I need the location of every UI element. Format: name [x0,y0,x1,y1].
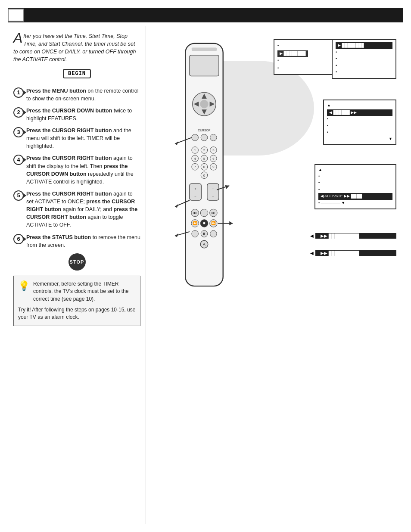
svg-text:5: 5 [203,157,205,161]
right-panel: CURSOR 1 2 3 4 5 [146,26,403,524]
svg-text:2: 2 [203,148,205,152]
step-4-num: 4 [13,155,24,165]
tip-text: Remember, before setting the TIMER contr… [33,280,136,303]
step-2-text: Press the CURSOR DOWN button twice to hi… [26,107,140,122]
menu-screen-1: • ▶ ████████ • • [274,39,338,75]
step-5-num: 5 [13,190,24,201]
menu-screen-3: ▲ ◀ ██████ ▶▶ • • • ▼ [323,100,396,145]
svg-text:+: + [194,187,196,191]
remote-svg: CURSOR 1 2 3 4 5 [159,39,249,332]
svg-text:CURSOR: CURSOR [198,129,211,132]
svg-text:+: + [212,187,214,191]
step-1-num: 1 [13,87,24,98]
svg-text:⏮: ⏮ [193,211,197,215]
svg-marker-59 [225,185,230,189]
step-1-text: Press the MENU button on the remote cont… [26,87,140,103]
svg-text:A: A [203,242,206,246]
svg-text:6: 6 [212,157,214,161]
drop-cap: A [13,32,22,44]
svg-point-11 [201,134,208,141]
svg-text:⏪: ⏪ [193,221,197,226]
svg-text:1: 1 [194,148,196,152]
svg-text:⏩: ⏩ [211,221,216,226]
step-4: 4 Press the CURSOR RIGHT button again to… [13,154,140,186]
bulb-icon: 💡 [18,280,30,292]
step-3-num: 3 [13,127,24,137]
step-4-text: Press the CURSOR RIGHT button again to s… [26,154,140,186]
step-6: 6 Press the STATUS button to remove the … [13,233,140,249]
intro-text: A fter you have set the Time, Start Time… [13,32,140,64]
step-3: 3 Press the CURSOR RIGHT button and the … [13,127,140,150]
header-corner [8,9,24,22]
svg-text:0: 0 [203,174,206,177]
svg-text:7: 7 [194,165,196,169]
svg-text:⏸: ⏸ [202,232,206,236]
svg-rect-1 [192,47,217,51]
step-2: 2 Press the CURSOR DOWN button twice to … [13,107,140,122]
step-5: 5 Press the CURSOR RIGHT button again to… [13,190,140,229]
step-1: 1 Press the MENU button on the remote co… [13,87,140,103]
left-panel: A fter you have set the Time, Start Time… [8,26,146,524]
step-6-text: Press the STATUS button to remove the me… [26,233,140,249]
svg-text:3: 3 [212,148,214,152]
svg-marker-63 [229,221,233,226]
svg-text:4: 4 [194,157,196,161]
tip-header: 💡 Remember, before setting the TIMER con… [18,280,136,303]
svg-rect-2 [190,55,219,76]
svg-text:■: ■ [203,221,205,225]
stop-circle: STOP [68,253,86,271]
svg-text:8: 8 [203,165,205,169]
step-3-text: Press the CURSOR RIGHT button and the me… [26,127,140,150]
step-2-num: 2 [13,107,24,118]
svg-point-10 [192,134,199,141]
svg-text:−: − [212,194,214,198]
intro-body: fter you have set the Time, Start Time, … [13,33,136,62]
tip-box: 💡 Remember, before setting the TIMER con… [13,276,140,326]
svg-point-53 [210,230,217,237]
step-6-num: 6 [13,234,24,244]
menu-screen-4: ▲ • • • ◀ ACTIVATE ▶▶ ████ • ————— ▼ [314,164,396,209]
header-bar [8,8,403,22]
svg-point-12 [210,134,217,141]
svg-text:⏭: ⏭ [212,211,215,215]
svg-point-41 [200,209,208,216]
step-5-text: Press the CURSOR RIGHT button again to s… [26,190,140,229]
bottom-bar-1: ◀ ▶▶ ██████████ [310,233,396,240]
svg-text:9: 9 [212,165,214,169]
tip-extra: Try it! After following the steps on pag… [18,306,136,321]
bottom-bar-2: ◀ ▶▶ ██████████ [310,250,396,256]
svg-text:−: − [194,194,196,198]
svg-point-50 [192,230,199,237]
main-content: A fter you have set the Time, Start Time… [8,26,403,524]
menu-screen-2: ▶ ████████ • • • • [332,39,396,79]
begin-badge: BEGIN [63,69,91,78]
stop-badge: STOP [13,253,140,271]
svg-point-4 [200,100,208,108]
